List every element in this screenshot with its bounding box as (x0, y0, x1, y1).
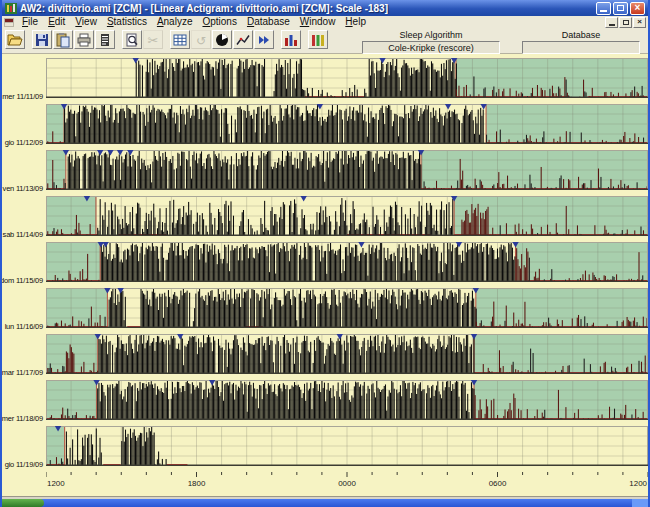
row-date-label: mer 11/11/09 (2, 61, 46, 101)
histogram-icon (283, 32, 299, 48)
undo-icon: ↺ (193, 32, 209, 48)
toolbar-cut-button: ✂ (143, 30, 163, 49)
printer-icon (76, 32, 92, 48)
toolbar-table-button[interactable] (170, 30, 190, 49)
mdi-restore-button[interactable] (619, 17, 632, 28)
actogram-plot[interactable] (46, 58, 648, 98)
mdi-close-icon: × (637, 18, 642, 26)
actogram-row: mer 11/18/09 (2, 380, 648, 420)
actogram-plot[interactable] (46, 242, 648, 282)
x-axis-tick-label: 1200 (47, 479, 65, 488)
toolbar-preview-button[interactable] (122, 30, 142, 49)
save-floppy-icon (34, 32, 50, 48)
toolbar-report-button[interactable] (95, 30, 115, 49)
actogram-row: gio 11/12/09 (2, 104, 648, 144)
actogram-row: ven 11/13/09 (2, 150, 648, 190)
row-date-label: dom 11/15/09 (2, 245, 46, 285)
minimize-icon (600, 10, 607, 12)
menu-item-edit[interactable]: Edit (43, 16, 70, 28)
taskbar (2, 499, 648, 507)
toolbar-undo-button: ↺ (191, 30, 211, 49)
x-axis-tick-label: 0600 (489, 479, 507, 488)
menu-bar: FileEditViewStatisticsAnalyzeOptionsData… (2, 16, 648, 28)
close-button[interactable]: × (630, 2, 645, 15)
pie-chart-icon (214, 32, 230, 48)
mdi-minimize-button[interactable] (605, 17, 618, 28)
menu-item-window[interactable]: Window (295, 16, 341, 28)
x-axis: 12001800000006001200 (46, 472, 648, 488)
toolbar-histogram-button[interactable] (281, 30, 301, 49)
toolbar-save-button[interactable] (32, 30, 52, 49)
svg-text:✂: ✂ (148, 33, 159, 48)
actogram-plot[interactable] (46, 196, 648, 236)
actogram-row: gio 11/19/09 (2, 426, 648, 466)
x-axis-tick-label: 1800 (188, 479, 206, 488)
menu-item-help[interactable]: Help (340, 16, 371, 28)
menu-item-view[interactable]: View (70, 16, 102, 28)
row-date-label: lun 11/16/09 (2, 291, 46, 331)
line-chart-icon (235, 32, 251, 48)
mdi-child-icon (4, 18, 14, 27)
menu-item-statistics[interactable]: Statistics (102, 16, 152, 28)
row-date-label: ven 11/13/09 (2, 153, 46, 193)
title-bar[interactable]: AW2: divittorio.ami [ZCM] - [Linear Acti… (2, 0, 648, 16)
toolbar-paste-button[interactable] (53, 30, 73, 49)
sleep-algorithm-label: Sleep Algorithm (399, 30, 462, 40)
actogram-row: lun 11/16/09 (2, 288, 648, 328)
restore-icon (617, 5, 624, 11)
mdi-close-button[interactable]: × (633, 17, 646, 28)
row-date-label: gio 11/19/09 (2, 429, 46, 469)
actogram-row: mer 11/11/09 (2, 58, 648, 98)
actogram-client-area: mer 11/11/09gio 11/12/09ven 11/13/09sab … (2, 54, 648, 496)
row-date-label: sab 11/14/09 (2, 199, 46, 239)
menu-item-analyze[interactable]: Analyze (152, 16, 198, 28)
database-value[interactable] (522, 41, 640, 54)
x-axis-spacer (2, 472, 46, 488)
toolbar-pie-chart-button[interactable] (212, 30, 232, 49)
menu-item-options[interactable]: Options (197, 16, 241, 28)
actogram-row: dom 11/15/09 (2, 242, 648, 282)
x-axis-row: 12001800000006001200 (2, 472, 648, 488)
x-axis-tick-label: 0000 (338, 479, 356, 488)
actogram-plot[interactable] (46, 334, 648, 374)
system-tray (632, 499, 648, 507)
x-axis-tick-label: 1200 (629, 479, 647, 488)
toolbar-actogram-button[interactable] (308, 30, 328, 49)
actogram-plot[interactable] (46, 104, 648, 144)
magnifier-icon (124, 32, 140, 48)
actogram-plot[interactable] (46, 288, 648, 328)
database-label: Database (562, 30, 601, 40)
toolbar-buttons: ✂↺ (5, 30, 329, 49)
actogram-plot[interactable] (46, 380, 648, 420)
actogram-row: mar 11/17/09 (2, 334, 648, 374)
database-field: Database (522, 30, 640, 54)
toolbar-open-button[interactable] (5, 30, 25, 49)
sleep-algorithm-value[interactable]: Cole-Kripke (rescore) (362, 41, 500, 54)
scissors-icon: ✂ (145, 32, 161, 48)
menu-item-file[interactable]: File (17, 16, 43, 28)
toolbar: ✂↺ Sleep Algorithm Cole-Kripke (rescore)… (2, 28, 648, 54)
toolbar-print-button[interactable] (74, 30, 94, 49)
restore-button[interactable] (613, 2, 628, 15)
toolbar-line-chart-button[interactable] (233, 30, 253, 49)
sleep-algorithm-field: Sleep Algorithm Cole-Kripke (rescore) (362, 30, 500, 54)
toolbar-fast-forward-button[interactable] (254, 30, 274, 49)
menu-item-database[interactable]: Database (242, 16, 295, 28)
actogram-plot[interactable] (46, 426, 648, 466)
start-button[interactable] (2, 499, 44, 507)
minimize-button[interactable] (596, 2, 611, 15)
actogram-plot[interactable] (46, 150, 648, 190)
app-window: AW2: divittorio.ami [ZCM] - [Linear Acti… (0, 0, 650, 507)
row-date-label: gio 11/12/09 (2, 107, 46, 147)
row-date-label: mar 11/17/09 (2, 337, 46, 377)
actogram-icon (310, 32, 326, 48)
mdi-minimize-icon (609, 24, 615, 26)
mdi-restore-icon (623, 20, 629, 25)
row-date-label: mer 11/18/09 (2, 383, 46, 423)
paste-icon (55, 32, 71, 48)
actogram-row: sab 11/14/09 (2, 196, 648, 236)
report-icon (97, 32, 113, 48)
close-icon: × (635, 3, 641, 13)
fast-forward-icon (256, 32, 272, 48)
table-grid-icon (172, 32, 188, 48)
